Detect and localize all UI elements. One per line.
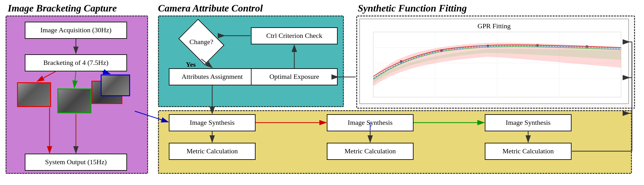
synthetic-title: Synthetic Function Fitting [358, 2, 467, 14]
ctrl-criterion-box: Ctrl Criterion Check [251, 27, 338, 44]
gpr-title: GPR Fitting [478, 22, 511, 31]
image-synthesis-1-box: Image Synthesis [169, 114, 256, 131]
camera-title: Camera Attribute Control [158, 2, 263, 14]
svg-point-16 [586, 46, 588, 48]
image-synthesis-3-box: Image Synthesis [485, 114, 572, 131]
gpr-chart [364, 30, 624, 102]
image-thumb-green [57, 88, 91, 113]
image-thumb-blue [101, 74, 130, 96]
image-thumb-red [17, 82, 51, 107]
attributes-assignment-box: Attributes Assignment [169, 68, 256, 85]
svg-point-13 [440, 50, 442, 52]
bracketing-title: Image Bracketing Capture [8, 2, 117, 14]
image-synthesis-2-box: Image Synthesis [327, 114, 414, 131]
svg-point-14 [487, 46, 489, 47]
gpr-fitting-box: GPR Fitting [359, 19, 629, 104]
optimal-exposure-box: Optimal Exposure [251, 68, 338, 85]
image-acquisition-box: Image Acquisition (30Hz) [25, 22, 127, 39]
metric-calculation-2-box: Metric Calculation [327, 143, 414, 160]
system-output-box: System Output (15Hz) [25, 154, 127, 171]
bracketing-box: Bracketing of 4 (7.5Hz) [25, 54, 127, 71]
svg-point-12 [400, 61, 402, 63]
svg-point-15 [537, 45, 538, 47]
metric-calculation-3-box: Metric Calculation [485, 143, 572, 160]
metric-calculation-1-box: Metric Calculation [169, 143, 256, 160]
yes-label: Yes [186, 61, 196, 69]
change-diamond: Change? [180, 25, 223, 59]
diagram-container: Image Bracketing Capture Camera Attribut… [0, 0, 644, 185]
